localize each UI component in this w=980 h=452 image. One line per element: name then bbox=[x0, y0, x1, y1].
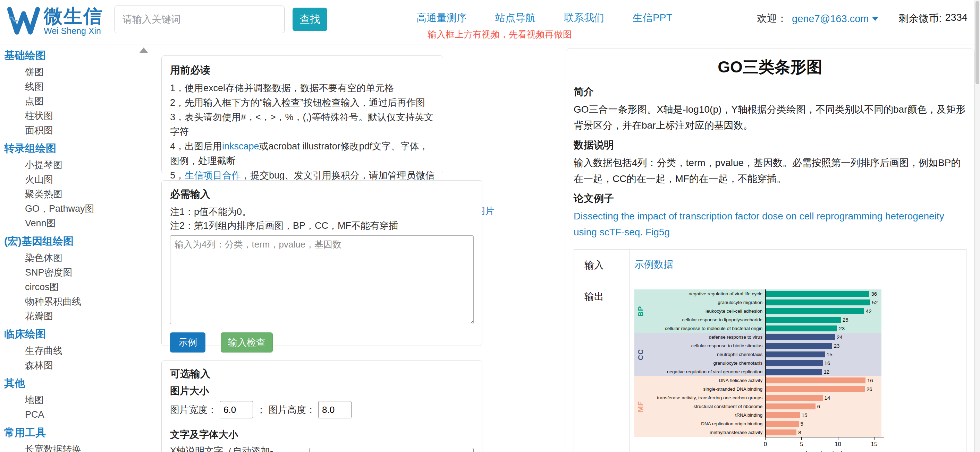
chart-gene-count: 25 bbox=[843, 317, 848, 323]
sidebar-item[interactable]: 线图 bbox=[0, 79, 157, 94]
chart-term-label: granulocyte migration bbox=[634, 300, 765, 305]
sidebar-section: 基础绘图 饼图线图点图柱状图面积图 bbox=[0, 45, 157, 138]
sidebar-item[interactable]: 生存曲线 bbox=[0, 344, 157, 358]
input-check-button[interactable]: 输入检查 bbox=[221, 332, 273, 352]
chart-term-label: cellular response to lipopolysaccharide bbox=[634, 317, 765, 322]
sidebar-section-title[interactable]: 转录组绘图 bbox=[0, 138, 157, 158]
nav-link[interactable]: 联系我们 bbox=[564, 11, 604, 25]
sidebar-item[interactable]: 火山图 bbox=[0, 172, 157, 187]
sidebar-item[interactable]: 小提琴图 bbox=[0, 158, 157, 172]
chart-y-axis-line bbox=[765, 289, 766, 437]
nav-link[interactable]: 高通量测序 bbox=[417, 11, 467, 25]
chart-gene-count: 15 bbox=[802, 412, 808, 418]
height-input[interactable] bbox=[318, 401, 352, 419]
chart-bar bbox=[765, 369, 822, 375]
chart-gene-count: 23 bbox=[839, 325, 845, 331]
inkscape-link[interactable]: inkscape bbox=[222, 141, 259, 151]
sidebar-item[interactable]: 森林图 bbox=[0, 358, 157, 373]
credits: 剩余微币: 2334 bbox=[899, 12, 967, 25]
chart-bar bbox=[765, 430, 796, 435]
chart-term-label: granulocyte chemotaxis bbox=[634, 360, 765, 366]
chart-gene-count: 15 bbox=[827, 352, 832, 357]
sidebar-section: 临床绘图 生存曲线森林图 bbox=[0, 324, 157, 373]
chart-x-axis: 051015-log10(pvalue) bbox=[634, 437, 881, 452]
sidebar-section-title[interactable]: 常用工具 bbox=[0, 422, 157, 442]
sidebar-item[interactable]: 长宽数据转换 bbox=[0, 442, 157, 452]
page-title: GO三类条形图 bbox=[574, 57, 966, 78]
page-scrollbar-track[interactable] bbox=[974, 0, 980, 452]
sidebar-item[interactable]: 染色体图 bbox=[0, 251, 157, 265]
sidebar-item[interactable]: 面积图 bbox=[0, 123, 157, 138]
cooperation-link[interactable]: 生信项目合作 bbox=[185, 170, 241, 181]
sidebar-section-items: 长宽数据转换 bbox=[0, 442, 157, 452]
sidebar-section-title[interactable]: 临床绘图 bbox=[0, 324, 157, 344]
search-input[interactable] bbox=[115, 6, 284, 33]
chart-bar bbox=[765, 352, 825, 357]
chart-plot-area: 42 bbox=[765, 307, 881, 316]
chart-row: granulocyte migration52 bbox=[634, 298, 881, 307]
sidebar-section-items: 生存曲线森林图 bbox=[0, 344, 157, 373]
chart-term-label: negative regulation of viral genome repl… bbox=[634, 369, 765, 374]
chart-term-label: defense response to virus bbox=[634, 335, 765, 340]
sidebar-section-title[interactable]: (宏)基因组绘图 bbox=[0, 230, 157, 251]
chevron-down-icon[interactable] bbox=[872, 17, 878, 21]
sidebar-item[interactable]: GO，Pathway图 bbox=[0, 201, 157, 216]
chart-plot-area: 25 bbox=[765, 316, 881, 324]
sidebar-item[interactable]: 聚类热图 bbox=[0, 187, 157, 201]
chart-bar bbox=[765, 291, 869, 297]
chart-row: single-stranded DNA binding26 bbox=[634, 385, 881, 393]
button-row: 示例 输入检查 bbox=[170, 332, 474, 352]
sidebar-item[interactable]: Venn图 bbox=[0, 216, 157, 230]
readme-title: 用前必读 bbox=[170, 63, 435, 77]
sidebar-item[interactable]: 点图 bbox=[0, 94, 157, 108]
user-email-dropdown[interactable]: gene7@163.com bbox=[792, 13, 869, 25]
nav-link[interactable]: 生信PPT bbox=[633, 11, 672, 25]
sidebar-item[interactable]: 花瓣图 bbox=[0, 309, 157, 324]
chart-row: structural constituent of ribosome6 bbox=[634, 402, 881, 411]
welcome-label: 欢迎： bbox=[757, 12, 787, 25]
credits-label: 剩余微币: bbox=[899, 12, 942, 25]
chart-x-tick bbox=[765, 437, 765, 440]
chart-bar bbox=[765, 325, 837, 331]
io-table: 输入 示例数据 输出 BPnegative regulation of vira… bbox=[574, 249, 966, 452]
sidebar-section-title[interactable]: 其他 bbox=[0, 373, 157, 393]
example-button[interactable]: 示例 bbox=[170, 332, 205, 352]
chart-x-tick bbox=[874, 437, 875, 440]
chart-row: DNA replication origin binding5 bbox=[634, 419, 881, 428]
sidebar-item[interactable]: 地图 bbox=[0, 393, 157, 407]
chart-plot-area: 16 bbox=[765, 376, 881, 385]
search-button[interactable]: 查找 bbox=[293, 8, 327, 31]
sample-data-link[interactable]: 示例数据 bbox=[634, 259, 673, 270]
chart-gene-count: 16 bbox=[867, 377, 873, 383]
sidebar-item[interactable]: 饼图 bbox=[0, 65, 157, 79]
go-bar-chart: BPnegative regulation of viral life cycl… bbox=[634, 289, 881, 452]
top-nav: 高通量测序站点导航联系我们生信PPT bbox=[417, 11, 672, 25]
chart-term-label: leukocyte cell-cell adhesion bbox=[634, 309, 765, 314]
sidebar-item[interactable]: PCA bbox=[0, 407, 157, 422]
xlabel-input[interactable] bbox=[309, 448, 474, 452]
page-scrollbar-thumb[interactable] bbox=[975, 1, 979, 84]
sidebar-section: (宏)基因组绘图 染色体图SNP密度图circos图物种累积曲线花瓣图 bbox=[0, 230, 157, 324]
width-input[interactable] bbox=[220, 401, 253, 419]
sidebar-item[interactable]: circos图 bbox=[0, 280, 157, 294]
sidebar-item[interactable]: SNP密度图 bbox=[0, 265, 157, 280]
chart-gene-count: 12 bbox=[824, 369, 829, 375]
sidebar-item[interactable]: 柱状图 bbox=[0, 108, 157, 123]
chart-plot-area: 8 bbox=[765, 428, 881, 437]
sidebar-section-title[interactable]: 基础绘图 bbox=[0, 45, 157, 65]
nav-link[interactable]: 站点导航 bbox=[495, 11, 535, 25]
sidebar-section: 其他 地图PCA bbox=[0, 373, 157, 422]
sidebar-item[interactable]: 物种累积曲线 bbox=[0, 294, 157, 309]
table-row-input: 输入 示例数据 bbox=[574, 250, 966, 281]
search-box bbox=[115, 6, 285, 33]
optional-input-title: 可选输入 bbox=[170, 367, 474, 381]
chart-row: granulocyte chemotaxis16 bbox=[634, 359, 881, 368]
chart-row: defense response to virus24 bbox=[634, 333, 881, 341]
data-input-textarea[interactable] bbox=[170, 235, 474, 324]
sidebar-section-items: 小提琴图火山图聚类热图GO，Pathway图Venn图 bbox=[0, 158, 157, 230]
paper-link[interactable]: Dissecting the impact of transcription f… bbox=[574, 208, 966, 240]
chart-term-label: methyltransferase activity bbox=[634, 430, 765, 435]
xlabel-row: X轴说明文字（自动添加-log10()）： bbox=[170, 445, 474, 452]
logo[interactable]: 微生信 Wei Sheng Xin bbox=[7, 4, 103, 37]
scroll-up-icon[interactable] bbox=[140, 48, 148, 53]
